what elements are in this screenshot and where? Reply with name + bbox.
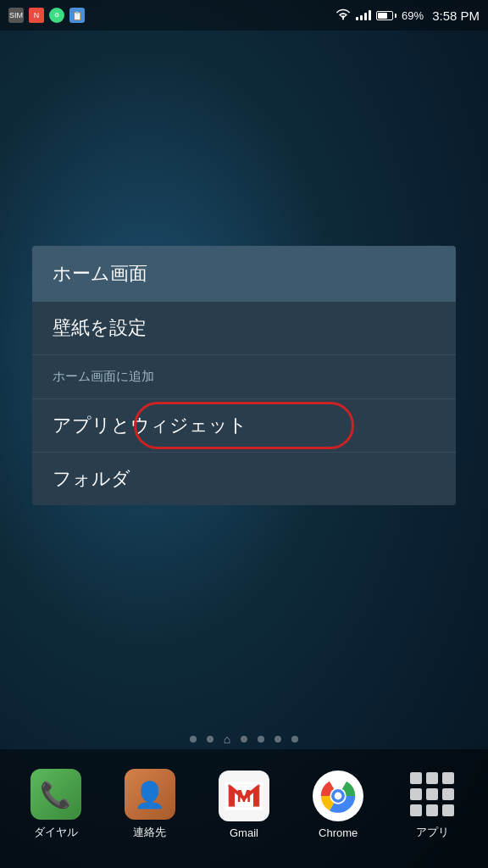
dock-label-chrome: Chrome	[319, 826, 358, 839]
dock-label-dial: ダイヤル	[34, 825, 78, 840]
contacts-icon: 👤	[125, 769, 175, 820]
status-time: 3:58 PM	[432, 8, 480, 23]
menu-header: ホーム画面	[32, 246, 456, 302]
menu-item-folder-label: フォルダ	[53, 468, 130, 489]
apps-grid-icon	[407, 769, 458, 820]
menu-item-folder[interactable]: フォルダ	[32, 453, 456, 505]
status-indicators: 69% 3:58 PM	[336, 8, 480, 23]
page-dot-4[interactable]	[258, 736, 264, 743]
page-dot-1[interactable]	[207, 736, 214, 743]
wifi-icon	[336, 8, 351, 23]
menu-item-add-home[interactable]: ホーム画面に追加	[32, 355, 456, 399]
android-icon: ⊙	[49, 8, 64, 23]
page-dots	[0, 736, 488, 743]
menu-body: 壁紙を設定 ホーム画面に追加 アプリとウィジェット フォルダ	[32, 302, 456, 505]
dock-item-contacts[interactable]: 👤 連絡先	[112, 769, 188, 840]
notification-icons: SIM N ⊙ 📋	[8, 8, 85, 23]
dock: 📞 ダイヤル 👤 連絡先 M Gmail	[0, 749, 488, 868]
menu-item-apps-widgets-label: アプリとウィジェット	[53, 415, 247, 436]
dock-item-dial[interactable]: 📞 ダイヤル	[18, 769, 94, 840]
svg-text:M: M	[237, 787, 252, 805]
sim-icon: SIM	[8, 8, 24, 23]
page-dot-home[interactable]	[224, 736, 230, 743]
menu-item-add-home-label: ホーム画面に追加	[53, 369, 154, 383]
dock-item-chrome[interactable]: Chrome	[300, 771, 376, 839]
menu-header-text: ホーム画面	[53, 263, 147, 284]
news-icon: N	[29, 8, 44, 23]
svg-point-8	[335, 792, 342, 799]
battery-percent: 69%	[402, 9, 424, 22]
dock-label-gmail: Gmail	[230, 826, 258, 839]
chrome-icon	[313, 771, 363, 821]
gmail-icon: M	[219, 771, 269, 821]
menu-item-wallpaper[interactable]: 壁紙を設定	[32, 302, 456, 355]
phone-icon: 📞	[30, 769, 81, 820]
svg-text:⊙: ⊙	[54, 12, 59, 18]
dock-label-apps: アプリ	[416, 825, 449, 840]
clipboard-icon: 📋	[69, 8, 85, 23]
svg-point-2	[342, 18, 344, 19]
page-dot-6[interactable]	[291, 736, 298, 743]
page-dot-3[interactable]	[241, 736, 247, 743]
menu-item-apps-widgets[interactable]: アプリとウィジェット	[32, 399, 456, 453]
menu-item-wallpaper-label: 壁紙を設定	[53, 317, 147, 338]
context-menu: ホーム画面 壁紙を設定 ホーム画面に追加 アプリとウィジェット フォルダ	[32, 246, 456, 505]
page-dot-5[interactable]	[274, 736, 281, 743]
dock-label-contacts: 連絡先	[133, 825, 166, 840]
page-dot-0[interactable]	[190, 736, 197, 743]
dock-item-apps[interactable]: アプリ	[394, 769, 470, 840]
dock-item-gmail[interactable]: M Gmail	[206, 771, 282, 839]
battery-icon	[376, 11, 396, 20]
status-bar: SIM N ⊙ 📋	[0, 0, 488, 31]
signal-icon	[356, 10, 371, 20]
